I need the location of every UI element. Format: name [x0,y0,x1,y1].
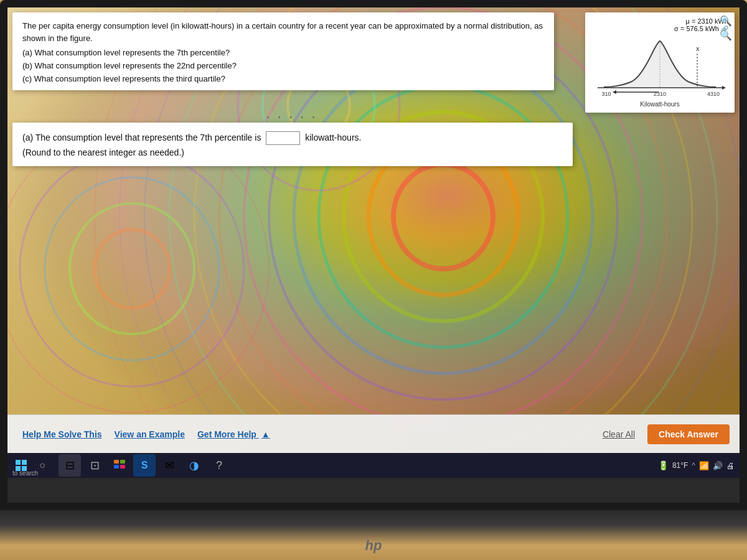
svg-point-18 [7,125,269,413]
taskbar-file-explorer[interactable]: ⊟ [59,454,81,477]
taskbar-icon-svg [113,459,126,472]
question-title: The per capita energy consumption level … [22,20,544,44]
svg-point-14 [95,230,169,308]
clear-all-button[interactable]: Clear All [595,426,642,443]
answer-part-a: (a) The consumption level that represent… [22,131,563,145]
svg-text:2310: 2310 [654,91,666,97]
tray-chevron[interactable]: ^ [692,461,695,470]
laptop-base: hp [0,510,747,560]
taskbar-grid[interactable]: ⊡ [83,454,106,477]
email-icon: ✉ [165,459,174,472]
svg-marker-23 [722,86,726,90]
bottom-toolbar: Help Me Solve This View an Example Get M… [7,414,740,453]
tray-volume[interactable]: 🔊 [713,461,723,470]
svg-text:310: 310 [601,91,611,97]
svg-rect-37 [120,460,125,464]
svg-rect-38 [114,465,119,469]
taskbar-browser[interactable]: ◑ [183,454,205,477]
tray-icon-battery[interactable]: 🔋 [658,460,669,470]
tray-printer[interactable]: 🖨 [726,461,735,470]
windows-taskbar: ○ ⊟ ⊡ S [7,453,740,478]
answer-part-a-note: (Round to the nearest integer as needed.… [22,147,563,157]
weather-temp: 81°F [672,461,688,470]
view-example-button[interactable]: View an Example [107,426,192,443]
taskbar-help[interactable]: ? [208,454,230,477]
laptop-screen: The per capita energy consumption level … [7,7,740,503]
normal-distribution-graph: x 310 2310 4310 Kilowatt-hours [591,35,728,108]
hp-logo: hp [365,538,382,554]
taskbar-search-text: to search [12,470,38,477]
question-part-a: (a) What consumption level represents th… [22,47,544,85]
search-icon-1[interactable]: 🔍 [720,15,732,27]
s-icon: S [141,460,148,471]
x-axis-label: Kilowatt-hours [591,101,728,108]
get-more-help-button[interactable]: Get More Help ▲ [192,426,275,443]
svg-point-15 [70,203,194,334]
normal-curve-svg: x 310 2310 4310 [591,35,728,97]
taskbar-s-app[interactable]: S [133,454,156,477]
graph-search-icons: 🔍 🔍 [720,15,732,41]
svg-point-17 [20,151,244,386]
system-tray: 🔋 81°F ^ 📶 🔊 🖨 [658,460,735,470]
grid-icon: ⊡ [90,459,100,472]
svg-marker-28 [613,90,616,94]
help-icon: ? [216,459,222,472]
laptop-screen-bezel: The per capita energy consumption level … [0,0,747,510]
help-me-solve-button[interactable]: Help Me Solve This [17,426,107,443]
taskbar-app3[interactable] [108,454,131,477]
question-panel: The per capita energy consumption level … [12,12,554,90]
svg-text:x: x [696,45,700,52]
svg-rect-39 [120,465,125,469]
browser-icon: ◑ [189,459,199,472]
main-content-area: The per capita energy consumption level … [7,7,740,478]
search-icon-2[interactable]: 🔍 [720,29,732,41]
tray-network[interactable]: 📶 [699,461,709,470]
svg-rect-32 [16,460,21,465]
answer-input-a[interactable] [266,131,300,145]
answer-panel: (a) The consumption level that represent… [12,123,573,166]
svg-point-1 [393,164,493,269]
graph-panel: μ = 2310 kWh σ = 576.5 kWh 🔗 [585,12,735,113]
svg-rect-33 [22,460,27,465]
file-explorer-icon: ⊟ [65,459,75,472]
taskbar-email[interactable]: ✉ [158,454,181,477]
svg-rect-36 [114,460,119,464]
graph-mu: μ = 2310 kWh σ = 576.5 kWh 🔗 [591,17,728,32]
svg-text:4310: 4310 [707,91,720,97]
check-answer-button[interactable]: Check Answer [647,424,730,444]
svg-point-5 [294,60,593,373]
svg-point-16 [45,177,219,360]
